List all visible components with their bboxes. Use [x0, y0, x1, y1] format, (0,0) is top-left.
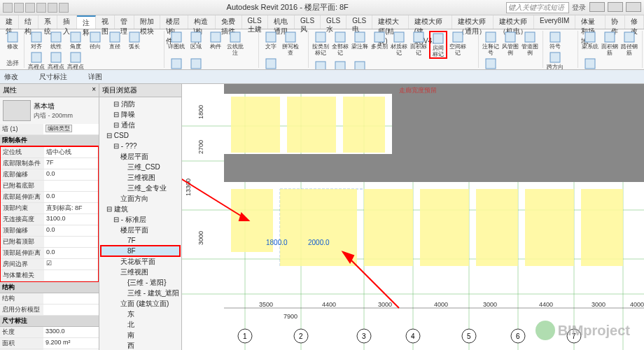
qat-undo-icon[interactable] [36, 3, 46, 13]
linear-button[interactable]: 线性 [47, 31, 65, 50]
tread-button[interactable]: 踏板数量 [331, 60, 349, 70]
quick-access-toolbar[interactable] [3, 3, 69, 13]
tab-9[interactable]: 构造\构件 [188, 15, 216, 29]
component-button[interactable]: 构件 [206, 31, 225, 50]
tab-16[interactable]: 建模大师(精装) [372, 15, 409, 29]
pipe-legend-button[interactable]: 管道图例 [521, 31, 539, 56]
edit-type-button[interactable]: 编辑类型 [46, 125, 72, 132]
region-button[interactable]: 区域 [187, 31, 205, 50]
tree-item[interactable]: {三维 - 遮阳} [101, 277, 180, 288]
radial-button[interactable]: 径向 [86, 31, 104, 50]
tab-20[interactable]: Every8IM [534, 15, 575, 29]
angular-button[interactable]: 角度 [66, 31, 85, 50]
tree-item[interactable]: 三维_全专业 [101, 183, 180, 193]
space-tag-button[interactable]: 空间标记 [449, 31, 467, 56]
tab-14[interactable]: GLS水 [321, 15, 346, 29]
detail-line-button[interactable]: 详图线 [167, 31, 186, 50]
tree-item[interactable]: 三维 - 建筑_遮阳 [101, 288, 180, 298]
tree-item[interactable]: 立面 (建筑立面) [101, 298, 180, 309]
prop-section[interactable]: 限制条件 [0, 135, 99, 146]
tab-12[interactable]: 机电通用 [268, 15, 295, 29]
tree-item[interactable]: 三维_CSD [101, 162, 180, 172]
view-ref-button[interactable]: 视图参照 [312, 60, 330, 70]
close-icon[interactable] [626, 2, 641, 12]
tree-item[interactable]: 楼层平面 [101, 225, 180, 235]
drawing-canvas[interactable]: 1800.0 2000.0 1800 2700 3000 13300 3500 … [182, 84, 644, 350]
beam-ann-button[interactable]: 梁注释 [351, 31, 369, 50]
fabric-button[interactable]: 区域钢筋 [581, 57, 599, 70]
prop-row[interactable]: 定位线墙中心线 [1, 147, 98, 158]
spot-slope-button[interactable]: 高程点坡度 [66, 51, 85, 70]
tab-6[interactable]: 管理 [115, 15, 134, 29]
duct-legend-button[interactable]: 风管图例 [501, 31, 519, 56]
area-rein-button[interactable]: 面积钢筋 [601, 31, 619, 56]
minimize-icon[interactable] [589, 2, 605, 12]
tab-11[interactable]: GLS土建 [242, 15, 269, 29]
prop-row[interactable]: 底部限制条件7F [1, 158, 98, 169]
tree-item[interactable]: 三维视图 [101, 267, 180, 277]
tab-19[interactable]: 建模大师（机电） [493, 15, 535, 29]
spot-coord-button[interactable]: 高程点坐标 [47, 51, 65, 70]
prop-section[interactable]: 尺寸标注 [0, 316, 99, 327]
diameter-button[interactable]: 直径 [106, 31, 124, 50]
qat-print-icon[interactable] [59, 3, 69, 13]
tab-4[interactable]: 注释 [77, 15, 96, 29]
tab-7[interactable]: 附加模块 [134, 15, 161, 29]
login-label[interactable]: 登录 [572, 3, 586, 13]
prop-row[interactable]: 面积9.200 m² [0, 338, 99, 349]
tree-item[interactable]: ⊟ - 标准层 [101, 214, 180, 225]
spell-button[interactable]: 拼写检查 [281, 31, 300, 56]
path-rein-button[interactable]: 路径钢筋 [620, 31, 638, 56]
modify-button[interactable]: 修改 [4, 31, 22, 50]
material-button[interactable]: 材质标记 [390, 31, 408, 56]
insulation-button[interactable]: 隔热层 [187, 57, 205, 70]
prop-row[interactable]: 底部延伸距离0.0 [1, 192, 98, 203]
prop-row[interactable]: 长度3300.0 [0, 327, 99, 338]
tab-10[interactable]: 免费插件 [216, 15, 242, 29]
prop-row[interactable]: 与体量相关 [1, 270, 98, 281]
qat-save-icon[interactable] [25, 3, 35, 13]
cloud-button[interactable]: 云线批注 [226, 31, 244, 56]
tab-22[interactable]: 协作 [606, 15, 624, 29]
prop-row[interactable]: 结构 [0, 293, 99, 304]
prop-row[interactable]: 底部偏移0.0 [1, 169, 98, 181]
qat-redo-icon[interactable] [48, 3, 57, 13]
tree-item[interactable]: ⊟ 降噪 [101, 109, 180, 120]
app-menu-icon[interactable] [3, 3, 13, 13]
tab-23[interactable]: 修改 [625, 15, 644, 29]
tree-item[interactable]: 8F [101, 246, 180, 256]
tree-item[interactable]: 楼层平面 [101, 151, 180, 162]
type-selector[interactable]: 墙 (1) [0, 124, 43, 134]
tree-item[interactable]: 东 [101, 309, 180, 319]
tree-item[interactable]: 7F [101, 235, 180, 246]
prop-row[interactable]: 顶部延伸距离0.0 [1, 248, 98, 259]
tree-item[interactable]: ⊟ CSD [101, 130, 180, 141]
prop-row[interactable]: 启用分析模型 [0, 304, 99, 316]
group-button[interactable]: 详图组 [167, 57, 186, 70]
tab-18[interactable]: 建模大师（通用） [452, 15, 493, 29]
multi-cat-button[interactable]: 多类别 [370, 31, 388, 50]
qat-open-icon[interactable] [14, 3, 24, 13]
prop-row[interactable]: 已附着顶部 [1, 237, 98, 248]
prop-row[interactable]: 顶部约束直到标高: 8F [1, 203, 98, 214]
span-button[interactable]: 跨方向符号 [546, 51, 564, 70]
tree-item[interactable]: ⊟ 消防 [101, 99, 180, 109]
tab-17[interactable]: 建模大师(建筑)V4.4 [409, 15, 452, 29]
tree-item[interactable]: 北 [101, 319, 180, 330]
find-button[interactable]: 查找/替换 [262, 57, 280, 70]
tree-item[interactable]: 三维视图 [101, 172, 180, 183]
help-search-input[interactable]: 键入关键字或短语 [506, 2, 569, 13]
tree-item[interactable]: 立面方向 [101, 193, 180, 204]
arc-button[interactable]: 弧长 [125, 31, 144, 50]
spot-elev-button[interactable]: 高程点 [27, 51, 46, 70]
panel-close-icon[interactable]: × [92, 85, 96, 95]
symbol-button[interactable]: 符号 [546, 31, 564, 50]
tab-15[interactable]: GLS电 [346, 15, 372, 29]
multi-rebar-button[interactable]: 多钢筋注释 [351, 60, 369, 70]
beam-sys-button[interactable]: 梁系统 [581, 31, 599, 50]
tab-3[interactable]: 插入 [57, 15, 76, 29]
tree-item[interactable]: 西 [101, 340, 180, 350]
area-tag-button[interactable]: 面积标记 [410, 31, 428, 56]
tag-cat-button[interactable]: 按类别标记 [312, 31, 330, 56]
tab-2[interactable]: 系统 [38, 15, 57, 29]
